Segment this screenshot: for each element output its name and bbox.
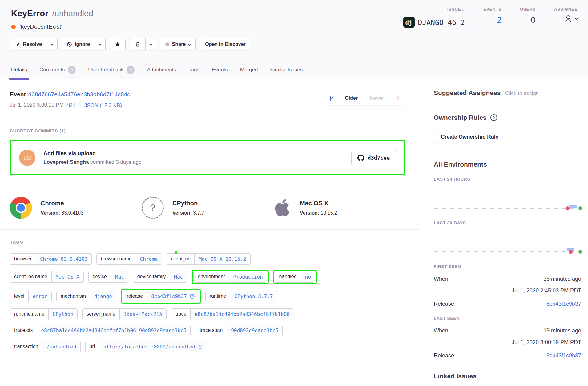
first-seen-label: FIRST SEEN	[434, 264, 581, 269]
help-icon[interactable]: ?	[490, 114, 497, 121]
stat-issue-number: ISSUE # dj DJANGO-46-2	[403, 7, 465, 28]
resolve-button[interactable]: ✔ Resolve	[11, 38, 47, 50]
bookmark-star-button[interactable]: ★	[110, 39, 125, 50]
linked-issues-title: Linked Issues	[434, 372, 581, 380]
delete-button[interactable]	[130, 38, 145, 50]
issue-toolbar: ✔ Resolve Ignore	[11, 38, 579, 50]
first-seen-release-link[interactable]: 8cb43f1c9b37	[546, 301, 581, 307]
tag-browser-name[interactable]: browser.name Chrome	[96, 253, 162, 265]
event-header-section: Eventd08d7667e4a5476eb3b3db6d7f14c84c Ju…	[0, 79, 419, 119]
tag-client-os-name[interactable]: client_os.name Mac OS X	[10, 271, 84, 283]
last-seen-release-row: Release: 8cb43f1c9b37	[434, 352, 581, 359]
tag-row: client_os.name Mac OS X device Mac devic…	[10, 270, 405, 284]
tag-device-family[interactable]: device.family Mac	[133, 271, 187, 283]
users-label: USERS	[520, 7, 536, 12]
event-count-bar	[569, 205, 577, 208]
tag-rows: browser Chrome 83.0.4103 browser.name Ch…	[10, 253, 405, 352]
events-count[interactable]: 2	[497, 15, 501, 25]
sparkline-baseline	[434, 208, 581, 209]
share-button[interactable]: Share	[160, 38, 195, 50]
tab-details[interactable]: Details	[11, 66, 27, 79]
ignore-dropdown-button[interactable]	[95, 38, 105, 50]
page-subtitle: /unhandled	[52, 9, 93, 18]
event-json-link[interactable]: JSON (15.3 KB)	[84, 103, 122, 109]
tab-tags[interactable]: Tags	[188, 66, 199, 79]
last-seen-release-link[interactable]: 8cb43f1c9b37	[546, 352, 581, 359]
chevron-down-icon	[149, 42, 152, 46]
tag-browser[interactable]: browser Chrome 83.0.4103	[10, 253, 92, 265]
tag-url[interactable]: url http://localhost:8000/unhandled	[85, 341, 207, 352]
first-seen-when-row: When: 35 minutes ago	[434, 276, 581, 283]
sparkline-baseline	[434, 251, 581, 252]
chrome-logo-icon	[10, 197, 32, 219]
avatar: LS	[19, 150, 35, 166]
main-column: Eventd08d7667e4a5476eb3b3db6d7f14c84c Ju…	[0, 79, 419, 386]
page-title: KeyError	[11, 9, 48, 18]
context-browser: Chrome Version: 83.0.4103	[10, 197, 142, 219]
last-seen-label: LAST SEEN	[434, 316, 581, 321]
tag-trace-span[interactable]: trace.span 90d892c9eace3bc5	[195, 325, 283, 336]
ignore-button-group: Ignore	[62, 38, 106, 50]
tag-server-name[interactable]: server_name Idos-iMac-215	[82, 308, 167, 320]
tab-attachments[interactable]: Attachments	[147, 66, 176, 79]
tag-mechanism[interactable]: mechanism django	[56, 291, 116, 302]
tag-trace-ctx[interactable]: trace.ctx e8c87ba1dc494bb2a4346bcfbf7b1b…	[10, 325, 191, 336]
context-version: Version: 3.7.7	[172, 210, 204, 216]
delete-dropdown-button[interactable]	[145, 38, 156, 50]
event-id-link[interactable]: d08d7667e4a5476eb3b3db6d7f14c84c	[28, 91, 130, 98]
open-in-discover-button[interactable]: Open in Discover	[200, 38, 251, 50]
assignee-label: ASSIGNEE	[554, 7, 578, 12]
tag-environment[interactable]: environment Production	[193, 271, 267, 283]
tab-merged[interactable]: Merged	[240, 66, 258, 79]
tag-trace[interactable]: trace e8c87ba1dc494bb2a4346bcfbf7b1b06	[171, 308, 294, 320]
tab-user-feedback[interactable]: User Feedback 0	[88, 66, 135, 79]
when-label: When:	[434, 276, 450, 282]
star-icon: ★	[115, 42, 120, 46]
context-name: CPython	[172, 200, 204, 207]
last-seen-marker-icon	[578, 250, 582, 254]
content-columns: Eventd08d7667e4a5476eb3b3db6d7f14c84c Ju…	[0, 79, 588, 386]
tag-runtime[interactable]: runtime CPython 3.7.7	[205, 291, 277, 302]
issue-sidebar: Suggested Assignees Click to assign Owne…	[419, 79, 588, 386]
external-link-icon[interactable]	[198, 344, 203, 349]
tag-runtime-name[interactable]: runtime.name CPython	[10, 308, 78, 320]
share-button-group: Share	[160, 38, 196, 50]
oldest-event-button[interactable]: |<	[324, 91, 339, 105]
resolve-dropdown-button[interactable]	[47, 38, 57, 50]
commit-author: Lovepreet Sangha	[43, 159, 89, 165]
commit-row[interactable]: LS Add files via upload Lovepreet Sangha…	[11, 141, 404, 174]
info-icon[interactable]	[190, 294, 195, 299]
tag-client-os[interactable]: client_os Mac OS X 10.15.2	[167, 253, 250, 265]
users-count[interactable]: 0	[531, 15, 536, 25]
tag-level[interactable]: level error	[10, 291, 52, 302]
annotation-box: environment Production	[192, 270, 268, 284]
event-header-left: Eventd08d7667e4a5476eb3b3db6d7f14c84c Ju…	[10, 91, 130, 109]
context-runtime: ? CPython Version: 3.7.7	[142, 197, 273, 219]
newer-event-button[interactable]: Newer	[364, 91, 390, 105]
tab-events[interactable]: Events	[212, 66, 228, 79]
issue-message: 'keyDoesntExist'	[20, 23, 62, 30]
tag-device[interactable]: device Mac	[88, 271, 128, 283]
tag-handled[interactable]: handled no	[275, 271, 315, 283]
annotation-box: release 8cb43f1c9b37	[121, 289, 201, 304]
commit-committed-text: committed 3 days ago	[90, 159, 141, 165]
annotation-dot	[175, 251, 177, 254]
ignore-button[interactable]: Ignore	[62, 38, 95, 50]
django-project-icon: dj	[403, 17, 415, 28]
tag-release[interactable]: release 8cb43f1c9b37	[123, 291, 199, 302]
commit-sha-button[interactable]: d3d7cee	[351, 151, 396, 165]
events-label: EVENTS	[483, 7, 501, 12]
stat-users: USERS 0	[520, 7, 536, 28]
tab-similar-issues[interactable]: Similar Issues	[270, 66, 303, 79]
context-version: Version: 10.15.2	[300, 210, 337, 216]
tab-comments[interactable]: Comments 0	[39, 66, 76, 79]
user-feedback-count-badge: 0	[127, 66, 135, 74]
suggested-assignees-title: Suggested Assignees	[434, 89, 501, 97]
assignee-selector[interactable]	[564, 14, 578, 23]
create-ownership-rule-button[interactable]: Create Ownership Rule	[434, 130, 505, 144]
newest-event-button[interactable]: >|	[390, 91, 405, 105]
tag-transaction[interactable]: transaction /unhandled	[10, 341, 81, 352]
older-event-button[interactable]: Older	[339, 91, 364, 105]
first-seen-date: Jul 1, 2020 2:45:03 PM PDT	[434, 287, 581, 294]
last-24-hours-sparkline	[434, 182, 581, 212]
